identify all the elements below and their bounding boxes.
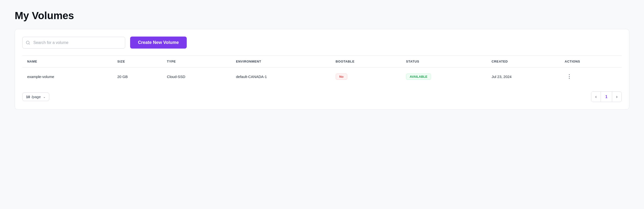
volumes-table-container: NAME SIZE TYPE ENVIRONMENT BOOTABLE STAT… bbox=[22, 55, 622, 86]
per-page-suffix: /page bbox=[32, 95, 41, 99]
pagination-prev-button[interactable]: ‹ bbox=[591, 92, 601, 102]
col-header-name: NAME bbox=[22, 56, 112, 68]
page-title: My Volumes bbox=[15, 10, 629, 22]
col-header-actions: ACTIONS bbox=[560, 56, 622, 68]
pagination-current-page: 1 bbox=[601, 92, 612, 102]
volumes-table: NAME SIZE TYPE ENVIRONMENT BOOTABLE STAT… bbox=[22, 56, 622, 86]
cell-status: AVAILABLE bbox=[401, 68, 487, 86]
search-input[interactable] bbox=[22, 37, 125, 49]
cell-size: 20 GB bbox=[112, 68, 162, 86]
cell-created: Jul 23, 2024 bbox=[487, 68, 560, 86]
bootable-badge: No bbox=[336, 74, 347, 80]
cell-type: Cloud-SSD bbox=[162, 68, 231, 86]
chevron-down-icon: ⌄ bbox=[43, 95, 46, 99]
col-header-environment: ENVIRONMENT bbox=[231, 56, 331, 68]
pagination-next-button[interactable]: › bbox=[612, 92, 622, 102]
svg-line-1 bbox=[29, 43, 30, 44]
row-actions-button[interactable]: ⋮ bbox=[564, 72, 574, 81]
toolbar: Create New Volume bbox=[22, 37, 622, 49]
status-badge: AVAILABLE bbox=[406, 74, 431, 80]
per-page-selector[interactable]: 10/page ⌄ bbox=[22, 92, 49, 101]
col-header-type: TYPE bbox=[162, 56, 231, 68]
col-header-status: STATUS bbox=[401, 56, 487, 68]
search-icon bbox=[26, 41, 30, 45]
cell-name: example-volume bbox=[22, 68, 112, 86]
cell-actions: ⋮ bbox=[560, 68, 622, 86]
col-header-created: CREATED bbox=[487, 56, 560, 68]
table-footer: 10/page ⌄ ‹ 1 › bbox=[22, 92, 622, 102]
volumes-card: Create New Volume NAME SIZE TYPE ENVIRON… bbox=[15, 29, 629, 110]
per-page-value: 10 bbox=[26, 95, 30, 99]
col-header-size: SIZE bbox=[112, 56, 162, 68]
col-header-bootable: BOOTABLE bbox=[331, 56, 401, 68]
cell-environment: default-CANADA-1 bbox=[231, 68, 331, 86]
pagination: ‹ 1 › bbox=[591, 92, 622, 102]
cell-bootable: No bbox=[331, 68, 401, 86]
search-wrapper bbox=[22, 37, 125, 49]
create-new-volume-button[interactable]: Create New Volume bbox=[130, 37, 187, 49]
table-row: example-volume 20 GB Cloud-SSD default-C… bbox=[22, 68, 622, 86]
table-header-row: NAME SIZE TYPE ENVIRONMENT BOOTABLE STAT… bbox=[22, 56, 622, 68]
